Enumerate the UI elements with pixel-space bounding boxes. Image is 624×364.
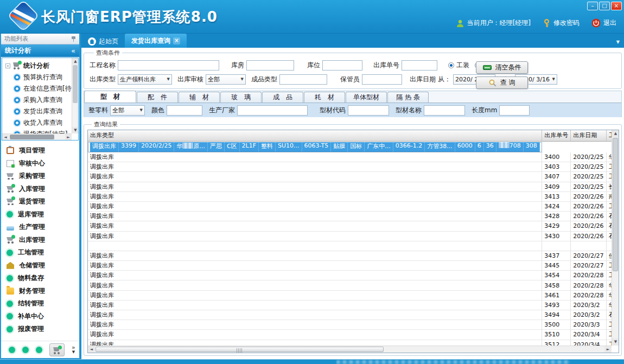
scroll-up-icon[interactable]: ▲	[72, 58, 79, 65]
table-row[interactable]: 调拨出库34032020/2/25工工程严思G区1R1F整料光身料6063-T5…	[88, 162, 612, 172]
scroll-left-icon[interactable]: ◄	[2, 134, 9, 141]
column-header[interactable]: 出库类型	[88, 130, 542, 141]
pin-icon[interactable]	[71, 36, 76, 42]
sidebar-item-dot[interactable]: 报废管理	[7, 323, 79, 336]
tree-item[interactable]: 收货入库查询	[5, 117, 72, 129]
profile-name-input[interactable]	[424, 105, 465, 116]
material-tab-0[interactable]: 型 材	[84, 91, 136, 103]
table-vscroll-thumb[interactable]	[613, 138, 618, 271]
change-password[interactable]: 修改密码	[543, 18, 580, 28]
sidebar-item-clipboard[interactable]: 项目管理	[7, 144, 79, 157]
scroll-left-icon[interactable]: ◄	[88, 346, 95, 353]
footer-cart-button[interactable]	[49, 343, 65, 356]
sidebar-item-folder[interactable]: 财务管理	[7, 285, 79, 298]
maximize-button[interactable]: □	[599, 2, 610, 10]
table-row[interactable]: 调拨出库33992020/2/25华原...严思C区2L1F整料SU10...6…	[88, 142, 542, 152]
footer-more-button[interactable]: »▼	[72, 346, 75, 354]
search-button[interactable]: 查 询	[476, 76, 528, 89]
tree-vertical-scrollbar[interactable]: ▲ ▼	[72, 58, 78, 133]
section-header[interactable]: 统计分析 «	[1, 44, 79, 57]
material-tab-5[interactable]: 耗 材	[304, 92, 345, 103]
table-hscroll-thumb[interactable]	[95, 347, 384, 352]
material-tab-1[interactable]: 配 件	[137, 92, 178, 103]
table-row[interactable]: 调拨出库35002020/3/3工共工程曹佳D区3L1F整料LT3P606063…	[88, 320, 612, 330]
table-row[interactable]: 调拨出库34542020/2/28工共工程严思G区1R1F整料光身料6063-T…	[88, 271, 612, 280]
table-row[interactable]: 调拨出库34072020/2/25工工程严思G区1L1F整料光身料6063-T5…	[88, 172, 612, 182]
tab-shipment-query[interactable]: 发货出库查询 ×	[125, 34, 187, 48]
keeper-input[interactable]	[362, 74, 402, 85]
logout[interactable]: 退出	[591, 18, 616, 28]
sidebar-item-warehouse[interactable]: 仓储管理	[7, 259, 79, 272]
collapse-icon[interactable]: «	[71, 47, 75, 55]
profile-code-input[interactable]	[348, 105, 389, 116]
tree-item[interactable]: 预算执行查询	[5, 72, 72, 83]
column-header[interactable]: 出库单号	[542, 130, 571, 141]
table-row[interactable]: 调拨出库34002020/2/25华原...严思C区4L1F整料SU10...6…	[88, 152, 612, 162]
table-row[interactable]: 调拨出库34282020/2/26石城陈琳G区2L4F整料KLM38176063…	[88, 212, 612, 221]
tree-item[interactable]: 在途信息查询[待	[5, 83, 72, 94]
scroll-right-icon[interactable]: ►	[604, 346, 612, 353]
tree-expander-icon[interactable]: -	[5, 63, 10, 68]
table-row[interactable]: 调拨出库34292020/2/26石城陈琳G区5R2F整料KLM38176063…	[88, 221, 612, 231]
sidebar-item-dot[interactable]: 物料盘存	[7, 272, 79, 285]
material-tab-4[interactable]: 成 品	[262, 92, 303, 103]
material-tab-6[interactable]: 单体型材	[346, 92, 387, 103]
table-vertical-scrollbar[interactable]: ▲ ▼	[612, 130, 619, 346]
sidebar-item-dot[interactable]: 退库管理	[7, 208, 79, 221]
column-header[interactable]: 出库日期	[571, 130, 606, 141]
column-header[interactable]: 工程	[606, 130, 612, 141]
footer-dot-icon[interactable]	[36, 347, 42, 353]
table-row[interactable]: 调拨出库34582020/2/28华原...陈琳C区4L1F整料光身料6063-…	[88, 280, 612, 290]
table-row[interactable]: 调拨出库34612020/2/28华原...陈琳B区1R2F整料F8877FT6…	[88, 290, 612, 300]
table-row[interactable]: G区3L3F整料KLM38176063-T5贴膜国标山东华...GA90M09.…	[88, 241, 612, 251]
sidebar-item-cart-green[interactable]: 出库管理	[7, 234, 79, 247]
tree-hscroll-thumb[interactable]	[10, 135, 54, 139]
location-input[interactable]	[322, 60, 362, 71]
table-row[interactable]: 调拨出库34132020/2/26南...严思C区5R3F整料G71422606…	[88, 191, 612, 201]
sidebar-item-cart-green[interactable]: 退货管理	[7, 195, 79, 208]
whole-part-select[interactable]: 全部▼	[110, 105, 145, 116]
tree-item[interactable]: 采购入库查询	[5, 94, 72, 106]
scroll-right-icon[interactable]: ►	[65, 134, 72, 141]
table-row[interactable]: 调拨出库35102020/3/4工共工程陈琳F区5R1F整料光身料6063-T5…	[88, 330, 612, 340]
tab-home[interactable]: 起始页	[81, 35, 125, 48]
material-tab-7[interactable]: 隔 热 条	[387, 92, 429, 103]
sidebar-item-dot[interactable]: 补单中心	[7, 310, 79, 323]
out-type-select[interactable]: 生产领料出库▼	[118, 74, 172, 85]
scroll-up-icon[interactable]: ▲	[612, 130, 619, 137]
clear-conditions-button[interactable]: 清空条件	[476, 61, 528, 74]
sidebar-item-factory[interactable]: 生产管理	[7, 221, 79, 234]
order-no-input[interactable]	[402, 60, 437, 71]
scroll-down-icon[interactable]: ▼	[612, 339, 619, 346]
sidebar-item-cart[interactable]: 采购管理	[7, 170, 79, 183]
warehouse-input[interactable]	[246, 60, 294, 71]
tab-close-icon[interactable]: ×	[173, 37, 180, 44]
sidebar-item-dot[interactable]: 工地管理	[7, 246, 79, 259]
close-button[interactable]: ×	[611, 2, 622, 10]
sidebar-item-note[interactable]: 审核中心	[7, 157, 79, 170]
radio-gongzhuang[interactable]: 工装	[448, 61, 469, 70]
table-row[interactable]: 调拨出库34452020/2/27工共工程严思F区5R1F整料光身料6063-T…	[88, 261, 612, 271]
table-row[interactable]: 调拨出库34242020/2/26工工程严思G区1L1F整料光身料6063-T5…	[88, 201, 612, 211]
table-row[interactable]: 调拨出库34932020/3/2华原...陈琳C区1L1F整料黑色塑料不贴膜国标…	[88, 300, 612, 310]
table-row[interactable]: 调拨出库34302020/2/26石城陈琳G区3L3F整料KLM38176063…	[88, 231, 612, 241]
footer-dot-icon[interactable]	[9, 347, 15, 353]
material-tab-3[interactable]: 玻 璃	[220, 92, 262, 103]
sidebar-item-dot[interactable]: 结转管理	[7, 297, 79, 310]
tree-horizontal-scrollbar[interactable]: ◄ ►	[2, 133, 72, 140]
audit-select[interactable]: 全部▼	[206, 74, 246, 85]
table-row[interactable]: 调拨出库34092020/2/25长...陈琳B区2R5F整料LI35HD606…	[88, 182, 612, 191]
tab-list-dropdown-icon[interactable]: ▼	[616, 40, 620, 44]
tree-item[interactable]: 退货查询[待定]	[5, 129, 72, 133]
length-input[interactable]	[499, 105, 530, 116]
manufacturer-input[interactable]	[237, 105, 308, 116]
table-row[interactable]: 调拨出库34372020/2/27佛料...陈琳B区3R6F整料PW056063…	[88, 251, 612, 260]
product-type-input[interactable]	[279, 74, 327, 85]
footer-dot-icon[interactable]	[22, 347, 29, 353]
table-horizontal-scrollbar[interactable]: ◄ ►	[88, 346, 612, 353]
tree-root[interactable]: -统计分析	[5, 60, 72, 72]
tree-item[interactable]: 发货出库查询	[5, 106, 72, 117]
sidebar-item-cart-green[interactable]: 入库管理	[7, 183, 79, 196]
color-input[interactable]	[167, 105, 202, 116]
table-row[interactable]: 调拨出库35122020/3/4工共工程陈琳F区1L2F整料光身料6063-T5…	[88, 340, 612, 346]
